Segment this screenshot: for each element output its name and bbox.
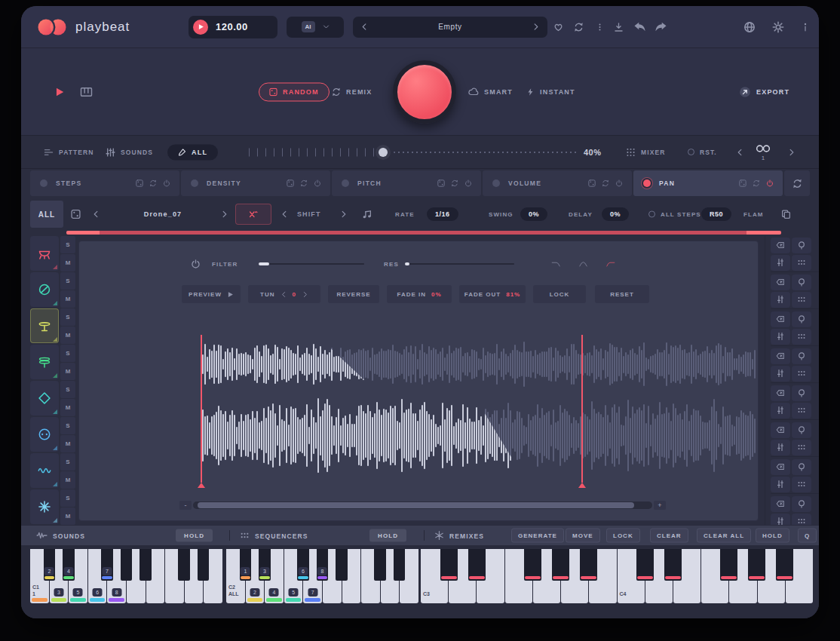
pattern-prev-button[interactable]: [736, 147, 744, 157]
preview-knob-button[interactable]: [792, 496, 811, 512]
power-icon[interactable]: [464, 179, 472, 187]
res-slider[interactable]: [405, 263, 514, 265]
redo-button[interactable]: [655, 21, 667, 32]
power-icon[interactable]: [766, 179, 774, 187]
quantize-button[interactable]: Q: [798, 529, 817, 543]
random-button[interactable]: RANDOM: [259, 82, 330, 101]
scrollbar-thumb[interactable]: [198, 502, 634, 508]
main-trigger-button[interactable]: [393, 60, 456, 124]
mute-button[interactable]: M: [60, 254, 75, 271]
black-key[interactable]: 4: [63, 549, 75, 581]
shift-right-button[interactable]: [339, 210, 348, 219]
remixes-section[interactable]: REMIXES: [434, 531, 484, 541]
step-grid-button[interactable]: [792, 329, 811, 345]
randomize-sample-button[interactable]: [71, 210, 81, 219]
lock-sample-button[interactable]: LOCK: [533, 285, 586, 303]
black-key[interactable]: [178, 549, 190, 581]
faders-button[interactable]: [771, 440, 790, 455]
cycle-icon[interactable]: [149, 179, 157, 187]
choke-button[interactable]: [235, 204, 271, 225]
preview-knob-button[interactable]: [792, 385, 811, 401]
filter-bandpass-icon[interactable]: [578, 259, 588, 269]
solo-button[interactable]: S: [60, 272, 75, 290]
black-key[interactable]: [748, 549, 765, 581]
black-key[interactable]: [394, 549, 406, 581]
black-key[interactable]: [121, 549, 133, 581]
fade-out-control[interactable]: FADE OUT 81%: [459, 285, 526, 303]
clear-sample-button[interactable]: [771, 385, 790, 401]
sounds-hold-button[interactable]: HOLD: [176, 529, 213, 542]
black-key[interactable]: [636, 549, 654, 581]
step-grid-button[interactable]: [792, 366, 811, 382]
solo-button[interactable]: S: [60, 381, 75, 398]
track-select-kick-drum[interactable]: [30, 236, 59, 271]
track-select-tom-drum[interactable]: [30, 417, 59, 452]
waveform[interactable]: [179, 333, 756, 492]
power-icon[interactable]: [615, 179, 623, 187]
export-button[interactable]: EXPORT: [739, 86, 789, 98]
power-icon[interactable]: [163, 179, 170, 187]
smart-button[interactable]: SMART: [468, 87, 513, 97]
preset-next-button[interactable]: [532, 23, 540, 31]
fade-in-control[interactable]: FADE IN 0%: [387, 285, 452, 303]
delay-value[interactable]: 0%: [602, 207, 629, 221]
tab-steps[interactable]: STEPS: [30, 170, 179, 196]
undo-button[interactable]: [633, 21, 646, 32]
solo-button[interactable]: S: [60, 236, 75, 253]
filter-highpass-icon[interactable]: [605, 259, 615, 269]
generate-button[interactable]: GENERATE: [511, 529, 564, 543]
tune-down-button[interactable]: [281, 291, 287, 298]
save-preset-button[interactable]: [614, 22, 624, 32]
sounds-section[interactable]: SOUNDS: [36, 531, 85, 541]
track-select-snare-drum[interactable]: [30, 272, 59, 307]
bpm-value[interactable]: 120.00: [216, 21, 248, 32]
black-key[interactable]: [776, 549, 793, 581]
notes-icon[interactable]: [362, 210, 372, 219]
faders-button[interactable]: [771, 292, 790, 308]
randomize-icon[interactable]: [287, 179, 294, 187]
black-key[interactable]: [720, 549, 737, 581]
ai-menu-button[interactable]: AI: [287, 17, 344, 38]
remix-button[interactable]: REMIX: [332, 87, 372, 97]
tab-enable-dot[interactable]: [643, 179, 651, 187]
keyboard-toggle-button[interactable]: [80, 87, 93, 97]
rate-value[interactable]: 1/16: [427, 207, 458, 221]
cycle-icon[interactable]: [753, 179, 760, 187]
black-key[interactable]: [468, 549, 486, 581]
black-key[interactable]: [664, 549, 682, 581]
tempo-control[interactable]: 120.00: [189, 16, 277, 38]
power-icon[interactable]: [314, 179, 321, 187]
track-select-hihat-open[interactable]: [30, 345, 59, 379]
tab-pan[interactable]: PAN: [633, 170, 783, 196]
faders-button[interactable]: [771, 366, 790, 382]
clear-button[interactable]: CLEAR: [650, 529, 688, 543]
mute-button[interactable]: M: [60, 435, 75, 452]
black-key[interactable]: [336, 549, 348, 581]
sample-name[interactable]: Drone_07: [110, 210, 216, 218]
sequencers-section[interactable]: SEQUENCERS: [240, 531, 308, 541]
randomize-icon[interactable]: [739, 179, 746, 187]
clear-sample-button[interactable]: [771, 274, 790, 290]
solo-button[interactable]: S: [60, 417, 75, 434]
preview-knob-button[interactable]: [792, 311, 811, 327]
faders-button[interactable]: [771, 403, 790, 419]
preview-knob-button[interactable]: [792, 348, 811, 364]
clear-all-button[interactable]: CLEAR ALL: [697, 529, 751, 543]
clear-sample-button[interactable]: [771, 348, 790, 364]
filter-lowpass-icon[interactable]: [551, 259, 561, 269]
solo-button[interactable]: S: [60, 308, 75, 326]
swing-value[interactable]: 0%: [520, 207, 547, 221]
black-key[interactable]: 6: [297, 549, 309, 581]
solo-button[interactable]: S: [60, 489, 75, 507]
randomize-icon[interactable]: [588, 179, 596, 187]
sequencers-hold-button[interactable]: HOLD: [369, 529, 406, 542]
step-grid-button[interactable]: [792, 255, 811, 271]
cycle-icon[interactable]: [602, 179, 609, 187]
flam-button[interactable]: FLAM: [743, 211, 764, 218]
complexity-slider-ticks[interactable]: [249, 148, 374, 156]
clear-sample-button[interactable]: [771, 496, 790, 512]
step-grid-button[interactable]: [792, 292, 811, 308]
mute-button[interactable]: M: [60, 327, 75, 344]
black-key[interactable]: [440, 549, 458, 581]
preset-menu-button[interactable]: [596, 22, 604, 32]
